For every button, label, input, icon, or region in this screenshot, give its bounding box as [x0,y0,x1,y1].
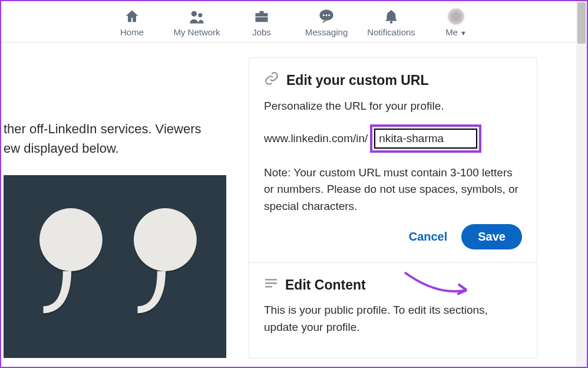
nav-messaging-label: Messaging [305,27,348,37]
nav-notifications-label: Notifications [367,27,415,37]
custom-url-input[interactable] [374,129,477,149]
nav-home-label: Home [120,27,144,37]
profile-background-image [4,175,226,358]
custom-url-card: Edit your custom URL Personalize the URL… [249,58,537,263]
nav-network-label: My Network [173,27,220,37]
cancel-button[interactable]: Cancel [409,230,448,244]
home-icon [124,7,140,26]
svg-rect-2 [256,17,268,17]
nav-messaging[interactable]: Messaging [300,7,353,37]
scrollbar-thumb[interactable] [577,2,586,44]
custom-url-subtitle: Personalize the URL for your profile. [264,98,522,115]
people-icon [188,7,206,26]
chevron-down-icon: ▼ [460,29,467,37]
chat-icon [318,7,335,26]
url-row: www.linkedin.com/in/ [264,124,522,153]
left-line2: ew displayed below. [4,139,201,158]
custom-url-note: Note: Your custom URL must contain 3-100… [264,165,522,215]
right-sidebar: Edit your custom URL Personalize the URL… [249,57,537,359]
svg-point-1 [198,13,202,17]
save-button[interactable]: Save [461,224,522,249]
svg-rect-8 [265,279,277,281]
svg-point-6 [328,14,330,16]
actions-row: Cancel Save [264,224,522,249]
svg-rect-10 [265,286,272,288]
link-icon [264,71,279,90]
svg-rect-9 [265,282,277,284]
edit-content-card: Edit Content This is your public profile… [249,263,537,358]
edit-content-body: This is your public profile. To edit its… [264,302,522,336]
top-nav: Home My Network Jobs Messaging Notificat… [1,1,587,42]
nav-jobs[interactable]: Jobs [235,7,288,37]
custom-url-title: Edit your custom URL [286,73,429,88]
nav-jobs-label: Jobs [252,27,271,37]
url-prefix: www.linkedin.com/in/ [264,132,368,145]
svg-point-4 [323,14,325,16]
svg-point-0 [191,11,197,17]
briefcase-icon [253,7,270,26]
scrollbar[interactable] [576,1,587,367]
edit-content-title: Edit Content [285,277,366,293]
nav-me-label: Me▼ [445,27,467,37]
bell-icon [384,7,399,26]
content-area: ther off-LinkedIn services. Viewers ew d… [1,42,587,361]
nav-notifications[interactable]: Notifications [365,7,418,37]
highlight-annotation [370,124,481,153]
lines-icon [264,276,278,294]
left-line1: ther off-LinkedIn services. Viewers [4,119,201,139]
svg-point-7 [390,21,392,24]
quote-mark-icon [127,205,204,317]
nav-network[interactable]: My Network [170,7,223,37]
avatar-icon [448,7,464,26]
quote-mark-icon [33,205,110,317]
nav-me[interactable]: Me▼ [430,7,483,37]
nav-home[interactable]: Home [105,7,158,37]
svg-point-5 [325,14,327,16]
left-description: ther off-LinkedIn services. Viewers ew d… [4,119,201,158]
